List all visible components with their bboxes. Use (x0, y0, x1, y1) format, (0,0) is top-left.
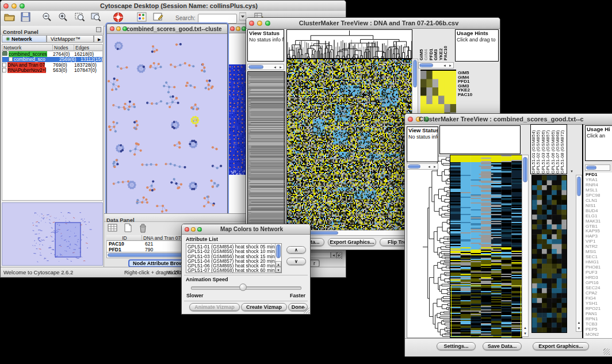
close-icon[interactable] (3, 3, 9, 9)
gene-label[interactable]: MAK31 (586, 219, 612, 224)
gene-label[interactable]: MSL1 (586, 188, 612, 193)
network-list-row[interactable]: RNAPuberNov2+l 563(0) 107847(0) (2, 68, 102, 74)
vizmap-icon[interactable] (137, 12, 147, 24)
gene-label[interactable]: CLN1 (586, 198, 612, 204)
attribute-item[interactable]: GPL51-02 (GSM855) heat shock 10 min (186, 249, 281, 254)
gene-label[interactable]: PEP5 (586, 327, 612, 332)
global-heatmap[interactable] (450, 155, 522, 338)
attribute-item[interactable]: GPL51-03 (GSM856) heat shock 15 min (186, 254, 281, 259)
zoom-selected-icon[interactable] (75, 12, 85, 24)
settings-button[interactable]: Settings... (437, 342, 476, 350)
save-icon[interactable] (21, 12, 30, 24)
delete-attribute-icon[interactable] (139, 223, 147, 235)
global-heatmap[interactable] (286, 59, 412, 231)
zoom-in-icon[interactable] (58, 12, 68, 24)
gene-label[interactable]: PHO81 (586, 265, 612, 270)
gene-label[interactable]: PUF3 (586, 270, 612, 275)
network-overview-thumbnail[interactable] (2, 202, 103, 266)
network-canvas[interactable] (108, 34, 227, 213)
network-list-row[interactable]: DNA and Tran 07 769(0) 183728(0) (2, 62, 102, 68)
array-tree-dendrogram[interactable] (286, 29, 412, 59)
attribute-item[interactable]: GPL51-07 (GSM868) heat shock 60 min (186, 268, 281, 273)
matrix-hscrollbar[interactable]: ◂ ▸ (418, 62, 454, 68)
gene-label[interactable]: SEC24 (586, 286, 612, 291)
col-nodes[interactable]: Nodes (53, 45, 74, 51)
status-hscrollbar[interactable]: ◂ ▸ (407, 163, 438, 170)
status-hscrollbar[interactable]: ◂ ▸ (247, 64, 284, 70)
zoom-out-icon[interactable] (42, 12, 52, 24)
scroll-down-icon[interactable]: ▾ (569, 168, 575, 174)
scroll-down-icon[interactable]: ▾ (276, 267, 281, 273)
gene-label[interactable]: PFD1 (586, 173, 612, 178)
gene-label[interactable]: KAP95 (586, 229, 612, 234)
treeview1-titlebar[interactable]: ClusterMaker TreeView : DNA and Tran 07-… (246, 18, 500, 29)
gene-label[interactable]: NTR2 (586, 244, 612, 250)
gene-label[interactable]: TCB3 (586, 322, 612, 327)
scroll-down-icon[interactable]: ▾ (576, 325, 582, 331)
gene-label[interactable]: YSH1 (586, 301, 612, 306)
gene-label[interactable]: HRD3 (586, 275, 612, 281)
help-lifebuoy-icon[interactable] (113, 12, 124, 25)
gene-label[interactable]: GTB1 (586, 224, 612, 229)
open-file-icon[interactable] (4, 12, 15, 24)
scroll-up-icon[interactable]: ▴ (522, 325, 528, 331)
gene-label[interactable]: BUD4 (586, 209, 612, 214)
gene-label[interactable]: MSI1 (586, 250, 612, 255)
scroll-left-icon[interactable]: ◂ (426, 164, 432, 169)
attribute-select-icon[interactable] (108, 223, 118, 235)
resize-grip[interactable] (336, 252, 342, 259)
gene-label[interactable]: FIG4 (586, 296, 612, 301)
scroll-up-icon[interactable]: ▴ (576, 320, 582, 325)
gene-label[interactable]: PAN1 (586, 312, 612, 317)
gene-hscrollbar[interactable] (585, 164, 610, 171)
gene-label[interactable]: RPO21 (586, 306, 612, 312)
scroll-down-icon[interactable]: ▾ (522, 331, 528, 336)
attribute-item[interactable]: GPL51-06 (GSM865) heat shock 40 min (186, 263, 281, 268)
dialog-button[interactable]: Animate Vizmap (189, 303, 240, 311)
dialog-titlebar[interactable]: Map Colors to Network (182, 224, 310, 235)
gene-label[interactable]: VIP1 (586, 239, 612, 244)
resize-grip[interactable] (603, 348, 610, 355)
gene-label[interactable]: RPN1 (586, 317, 612, 322)
tab-vizmapper[interactable]: VizMapper™ (47, 35, 94, 43)
scroll-left-icon[interactable]: ◂ (272, 64, 278, 70)
heatmap-vscrollbar[interactable]: ▴ ▾ (522, 155, 529, 337)
attribute-list-vscrollbar[interactable]: ▴ ▾ (275, 244, 281, 273)
minimize-icon[interactable] (12, 3, 17, 9)
gene-tree-dendrogram[interactable] (407, 156, 451, 338)
close-icon[interactable] (185, 227, 189, 232)
export-graphics-button[interactable]: Export Graphics... (533, 342, 589, 350)
move-up-button[interactable]: ∧ (286, 246, 306, 254)
gene-label[interactable]: NIS1 (586, 204, 612, 209)
attribute-item[interactable]: GPL51-04 (GSM857) heat shock 20 min (186, 259, 281, 263)
move-down-button[interactable]: ∨ (286, 258, 306, 265)
gene-label[interactable]: ELG1 (586, 214, 612, 219)
gene-label[interactable]: SEC1 (586, 255, 612, 260)
data-col-id[interactable]: ID (106, 235, 142, 241)
annotation-icon[interactable] (153, 12, 163, 24)
close-icon[interactable] (230, 26, 235, 31)
minimize-icon[interactable] (191, 227, 196, 232)
zoom-heatmap[interactable] (531, 175, 567, 333)
save-data-button[interactable]: Save Data... (483, 342, 522, 350)
minimize-icon[interactable] (257, 21, 262, 26)
export-graphics-button[interactable]: Export Graphics... (328, 238, 376, 246)
scroll-right-icon[interactable]: ▸ (432, 164, 438, 169)
tab-network[interactable]: ✳ Network (2, 35, 47, 43)
gene-tree-dendrogram[interactable] (247, 71, 285, 231)
close-icon[interactable] (249, 21, 254, 26)
gene-label[interactable]: GPI16 (586, 281, 612, 286)
scroll-right-icon[interactable]: ▸ (278, 64, 284, 70)
minimize-icon[interactable] (116, 26, 121, 31)
close-icon[interactable] (408, 117, 413, 122)
treeview2-titlebar[interactable]: ClusterMaker TreeView : combined_scores_… (405, 114, 612, 125)
dialog-button[interactable]: Create Vizmap (241, 303, 287, 311)
gene-label[interactable]: CPA2 (586, 291, 612, 296)
search-input[interactable] (198, 14, 237, 24)
gene-label[interactable]: MON2 (586, 332, 612, 338)
gene-label[interactable]: RNR4 (586, 183, 612, 188)
new-attribute-icon[interactable] (124, 223, 132, 235)
zoom-vscrollbar[interactable]: ▴ ▾ (576, 175, 582, 332)
main-titlebar[interactable]: Cytoscape Desktop (Session Name: collins… (1, 1, 346, 12)
close-icon[interactable] (110, 26, 114, 31)
